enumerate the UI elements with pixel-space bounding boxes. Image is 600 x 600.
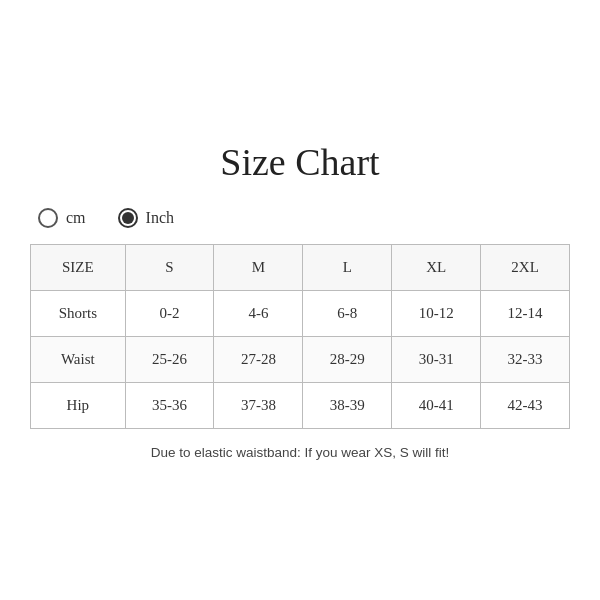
footer-note: Due to elastic waistband: If you wear XS…: [30, 445, 570, 460]
row-cell: 4-6: [214, 291, 303, 337]
size-chart-container: Size Chart cm Inch SIZE S M L XL 2XL Sho…: [20, 120, 580, 480]
row-cell: 28-29: [303, 337, 392, 383]
row-cell: 37-38: [214, 383, 303, 429]
table-row: Waist25-2627-2828-2930-3132-33: [31, 337, 570, 383]
inch-radio[interactable]: [118, 208, 138, 228]
row-cell: 42-43: [481, 383, 570, 429]
size-table: SIZE S M L XL 2XL Shorts0-24-66-810-1212…: [30, 244, 570, 429]
row-cell: 27-28: [214, 337, 303, 383]
inch-option[interactable]: Inch: [118, 208, 174, 228]
row-cell: 0-2: [125, 291, 214, 337]
table-row: Shorts0-24-66-810-1212-14: [31, 291, 570, 337]
unit-selector: cm Inch: [30, 208, 570, 228]
header-size: SIZE: [31, 245, 126, 291]
row-cell: 10-12: [392, 291, 481, 337]
header-s: S: [125, 245, 214, 291]
row-label: Hip: [31, 383, 126, 429]
row-cell: 30-31: [392, 337, 481, 383]
table-row: Hip35-3637-3838-3940-4142-43: [31, 383, 570, 429]
row-label: Waist: [31, 337, 126, 383]
row-label: Shorts: [31, 291, 126, 337]
header-l: L: [303, 245, 392, 291]
cm-option[interactable]: cm: [38, 208, 86, 228]
table-header-row: SIZE S M L XL 2XL: [31, 245, 570, 291]
row-cell: 25-26: [125, 337, 214, 383]
row-cell: 35-36: [125, 383, 214, 429]
row-cell: 40-41: [392, 383, 481, 429]
cm-label: cm: [66, 209, 86, 227]
page-title: Size Chart: [30, 140, 570, 184]
row-cell: 32-33: [481, 337, 570, 383]
header-xl: XL: [392, 245, 481, 291]
row-cell: 38-39: [303, 383, 392, 429]
cm-radio[interactable]: [38, 208, 58, 228]
header-2xl: 2XL: [481, 245, 570, 291]
row-cell: 12-14: [481, 291, 570, 337]
header-m: M: [214, 245, 303, 291]
inch-label: Inch: [146, 209, 174, 227]
row-cell: 6-8: [303, 291, 392, 337]
